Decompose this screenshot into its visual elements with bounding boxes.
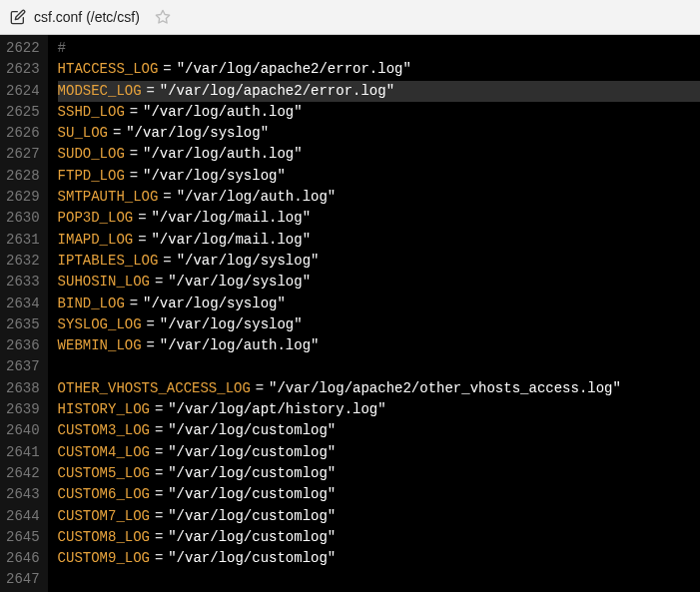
config-value: "/var/log/mail.log": [151, 230, 311, 251]
equals-operator: =: [125, 166, 143, 187]
config-key: CUSTOM5_LOG: [58, 463, 150, 484]
line-number: 2627: [6, 144, 40, 165]
code-line[interactable]: CUSTOM8_LOG="/var/log/customlog": [58, 527, 700, 548]
config-key: FTPD_LOG: [58, 166, 125, 187]
code-line[interactable]: IPTABLES_LOG="/var/log/syslog": [58, 251, 700, 272]
config-key: IPTABLES_LOG: [58, 251, 159, 272]
config-key: CUSTOM9_LOG: [58, 548, 150, 569]
config-value: "/var/log/syslog": [160, 314, 303, 335]
line-number: 2629: [6, 187, 40, 208]
code-line[interactable]: CUSTOM4_LOG="/var/log/customlog": [58, 442, 700, 463]
code-line[interactable]: CUSTOM6_LOG="/var/log/customlog": [58, 484, 700, 505]
config-value: "/var/log/mail.log": [151, 208, 311, 229]
code-line[interactable]: SU_LOG="/var/log/syslog": [58, 123, 700, 144]
config-value: "/var/log/syslog": [143, 166, 286, 187]
line-number: 2624: [6, 81, 40, 102]
code-line[interactable]: [58, 356, 700, 377]
config-key: OTHER_VHOSTS_ACCESS_LOG: [58, 378, 251, 399]
config-key: WEBMIN_LOG: [58, 335, 142, 356]
config-value: "/var/log/apache2/error.log": [160, 81, 394, 102]
line-number: 2635: [6, 314, 40, 335]
config-value: "/var/log/customlog": [168, 484, 336, 505]
config-key: HTACCESS_LOG: [58, 59, 159, 80]
line-number: 2643: [6, 484, 40, 505]
code-line[interactable]: HTACCESS_LOG="/var/log/apache2/error.log…: [58, 59, 700, 80]
code-line[interactable]: HISTORY_LOG="/var/log/apt/history.log": [58, 399, 700, 420]
code-line[interactable]: SMTPAUTH_LOG="/var/log/auth.log": [58, 187, 700, 208]
equals-operator: =: [150, 420, 168, 441]
config-key: SUHOSIN_LOG: [58, 272, 150, 293]
code-line[interactable]: SUHOSIN_LOG="/var/log/syslog": [58, 272, 700, 293]
code-line[interactable]: SUDO_LOG="/var/log/auth.log": [58, 144, 700, 165]
equals-operator: =: [150, 399, 168, 420]
code-line[interactable]: SSHD_LOG="/var/log/auth.log": [58, 102, 700, 123]
line-number: 2636: [6, 335, 40, 356]
line-number: 2623: [6, 59, 40, 80]
code-line[interactable]: CUSTOM7_LOG="/var/log/customlog": [58, 506, 700, 527]
equals-operator: =: [150, 527, 168, 548]
config-value: "/var/log/customlog": [168, 548, 336, 569]
equals-operator: =: [150, 484, 168, 505]
line-number: 2641: [6, 442, 40, 463]
equals-operator: =: [150, 548, 168, 569]
code-line[interactable]: SYSLOG_LOG="/var/log/syslog": [58, 314, 700, 335]
equals-operator: =: [133, 230, 151, 251]
config-value: "/var/log/syslog": [143, 294, 286, 314]
config-value: "/var/log/syslog": [126, 123, 269, 144]
code-line[interactable]: FTPD_LOG="/var/log/syslog": [58, 166, 700, 187]
code-line[interactable]: CUSTOM5_LOG="/var/log/customlog": [58, 463, 700, 484]
code-line[interactable]: MODSEC_LOG="/var/log/apache2/error.log": [58, 81, 700, 102]
svg-marker-0: [156, 10, 169, 23]
config-value: "/var/log/auth.log": [143, 102, 303, 123]
line-number: 2646: [6, 548, 40, 569]
equals-operator: =: [251, 378, 269, 399]
line-number: 2640: [6, 420, 40, 441]
line-number: 2622: [6, 38, 40, 59]
line-number-gutter: 2622262326242625262626272628262926302631…: [0, 35, 48, 592]
code-area[interactable]: #HTACCESS_LOG="/var/log/apache2/error.lo…: [48, 35, 700, 592]
config-value: "/var/log/auth.log": [160, 335, 320, 356]
code-line[interactable]: CUSTOM9_LOG="/var/log/customlog": [58, 548, 700, 569]
line-number: 2632: [6, 251, 40, 272]
config-key: IMAPD_LOG: [58, 230, 134, 251]
code-line[interactable]: POP3D_LOG="/var/log/mail.log": [58, 208, 700, 229]
file-header: csf.conf (/etc/csf): [0, 0, 700, 35]
config-key: SUDO_LOG: [58, 144, 125, 165]
config-value: "/var/log/apache2/error.log": [177, 59, 411, 80]
config-value: "/var/log/customlog": [168, 442, 336, 463]
config-key: CUSTOM8_LOG: [58, 527, 150, 548]
equals-operator: =: [158, 251, 176, 272]
equals-operator: =: [125, 102, 143, 123]
code-line[interactable]: #: [58, 38, 700, 59]
config-value: "/var/log/syslog": [168, 272, 311, 293]
config-key: SSHD_LOG: [58, 102, 125, 123]
line-number: 2626: [6, 123, 40, 144]
code-line[interactable]: IMAPD_LOG="/var/log/mail.log": [58, 230, 700, 251]
code-line[interactable]: OTHER_VHOSTS_ACCESS_LOG="/var/log/apache…: [58, 378, 700, 399]
equals-operator: =: [142, 314, 160, 335]
code-line[interactable]: [58, 569, 700, 590]
config-key: SU_LOG: [58, 123, 108, 144]
line-number: 2645: [6, 527, 40, 548]
code-line[interactable]: BIND_LOG="/var/log/syslog": [58, 294, 700, 314]
config-key: CUSTOM3_LOG: [58, 420, 150, 441]
code-line[interactable]: CUSTOM3_LOG="/var/log/customlog": [58, 420, 700, 441]
config-key: SYSLOG_LOG: [58, 314, 142, 335]
code-line[interactable]: WEBMIN_LOG="/var/log/auth.log": [58, 335, 700, 356]
config-key: CUSTOM4_LOG: [58, 442, 150, 463]
line-number: 2628: [6, 166, 40, 187]
config-value: "/var/log/auth.log": [143, 144, 303, 165]
line-number: 2638: [6, 378, 40, 399]
equals-operator: =: [125, 294, 143, 314]
config-key: HISTORY_LOG: [58, 399, 150, 420]
equals-operator: =: [150, 506, 168, 527]
config-key: CUSTOM6_LOG: [58, 484, 150, 505]
code-editor[interactable]: 2622262326242625262626272628262926302631…: [0, 35, 700, 592]
line-number: 2637: [6, 356, 40, 377]
equals-operator: =: [158, 187, 176, 208]
comment-token: #: [58, 38, 66, 59]
equals-operator: =: [158, 59, 176, 80]
config-value: "/var/log/auth.log": [177, 187, 337, 208]
config-key: BIND_LOG: [58, 294, 125, 314]
star-icon[interactable]: [154, 8, 172, 26]
